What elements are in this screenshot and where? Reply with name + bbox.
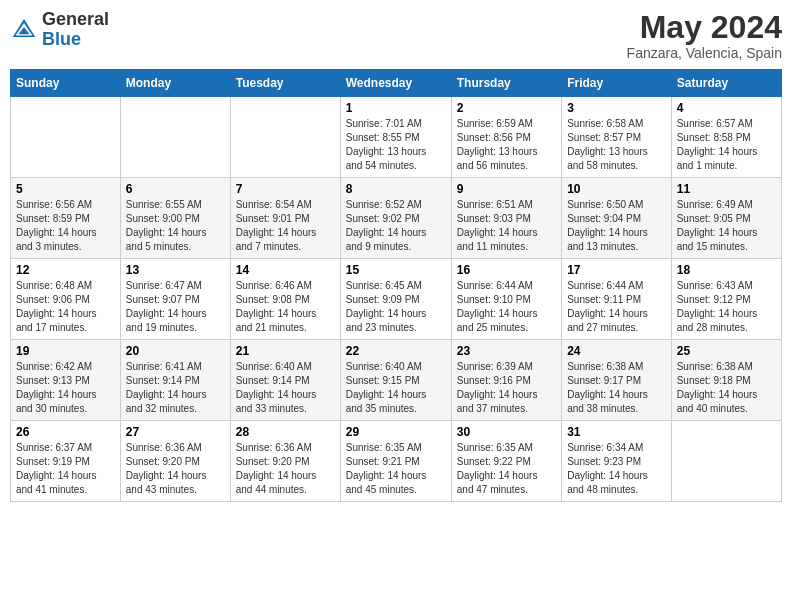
day-info: Sunrise: 6:44 AMSunset: 9:11 PMDaylight:… <box>567 279 666 335</box>
day-number: 8 <box>346 182 446 196</box>
location-subtitle: Fanzara, Valencia, Spain <box>627 45 782 61</box>
day-number: 27 <box>126 425 225 439</box>
day-info: Sunrise: 6:41 AMSunset: 9:14 PMDaylight:… <box>126 360 225 416</box>
calendar-cell: 16Sunrise: 6:44 AMSunset: 9:10 PMDayligh… <box>451 259 561 340</box>
logo-icon <box>10 16 38 44</box>
calendar-cell: 22Sunrise: 6:40 AMSunset: 9:15 PMDayligh… <box>340 340 451 421</box>
day-info: Sunrise: 6:46 AMSunset: 9:08 PMDaylight:… <box>236 279 335 335</box>
month-year-title: May 2024 <box>627 10 782 45</box>
day-number: 17 <box>567 263 666 277</box>
col-monday: Monday <box>120 70 230 97</box>
col-thursday: Thursday <box>451 70 561 97</box>
calendar-cell: 19Sunrise: 6:42 AMSunset: 9:13 PMDayligh… <box>11 340 121 421</box>
day-info: Sunrise: 6:49 AMSunset: 9:05 PMDaylight:… <box>677 198 776 254</box>
calendar-cell: 8Sunrise: 6:52 AMSunset: 9:02 PMDaylight… <box>340 178 451 259</box>
day-number: 9 <box>457 182 556 196</box>
calendar-cell: 6Sunrise: 6:55 AMSunset: 9:00 PMDaylight… <box>120 178 230 259</box>
day-number: 23 <box>457 344 556 358</box>
col-saturday: Saturday <box>671 70 781 97</box>
day-number: 14 <box>236 263 335 277</box>
day-number: 3 <box>567 101 666 115</box>
calendar-table: Sunday Monday Tuesday Wednesday Thursday… <box>10 69 782 502</box>
day-info: Sunrise: 6:47 AMSunset: 9:07 PMDaylight:… <box>126 279 225 335</box>
day-number: 10 <box>567 182 666 196</box>
col-friday: Friday <box>562 70 672 97</box>
day-number: 11 <box>677 182 776 196</box>
calendar-cell: 2Sunrise: 6:59 AMSunset: 8:56 PMDaylight… <box>451 97 561 178</box>
day-number: 28 <box>236 425 335 439</box>
calendar-cell: 20Sunrise: 6:41 AMSunset: 9:14 PMDayligh… <box>120 340 230 421</box>
logo: General Blue <box>10 10 109 50</box>
day-number: 4 <box>677 101 776 115</box>
page-header: General Blue May 2024 Fanzara, Valencia,… <box>10 10 782 61</box>
calendar-cell: 27Sunrise: 6:36 AMSunset: 9:20 PMDayligh… <box>120 421 230 502</box>
day-number: 20 <box>126 344 225 358</box>
day-number: 22 <box>346 344 446 358</box>
day-number: 31 <box>567 425 666 439</box>
day-info: Sunrise: 6:44 AMSunset: 9:10 PMDaylight:… <box>457 279 556 335</box>
col-sunday: Sunday <box>11 70 121 97</box>
day-number: 12 <box>16 263 115 277</box>
calendar-cell: 7Sunrise: 6:54 AMSunset: 9:01 PMDaylight… <box>230 178 340 259</box>
day-info: Sunrise: 6:50 AMSunset: 9:04 PMDaylight:… <box>567 198 666 254</box>
day-info: Sunrise: 6:35 AMSunset: 9:22 PMDaylight:… <box>457 441 556 497</box>
calendar-cell: 9Sunrise: 6:51 AMSunset: 9:03 PMDaylight… <box>451 178 561 259</box>
day-info: Sunrise: 6:45 AMSunset: 9:09 PMDaylight:… <box>346 279 446 335</box>
title-block: May 2024 Fanzara, Valencia, Spain <box>627 10 782 61</box>
day-info: Sunrise: 6:40 AMSunset: 9:14 PMDaylight:… <box>236 360 335 416</box>
day-number: 1 <box>346 101 446 115</box>
calendar-cell: 31Sunrise: 6:34 AMSunset: 9:23 PMDayligh… <box>562 421 672 502</box>
calendar-cell: 4Sunrise: 6:57 AMSunset: 8:58 PMDaylight… <box>671 97 781 178</box>
day-number: 5 <box>16 182 115 196</box>
calendar-cell: 17Sunrise: 6:44 AMSunset: 9:11 PMDayligh… <box>562 259 672 340</box>
day-number: 13 <box>126 263 225 277</box>
calendar-cell <box>230 97 340 178</box>
day-info: Sunrise: 6:51 AMSunset: 9:03 PMDaylight:… <box>457 198 556 254</box>
calendar-cell: 1Sunrise: 7:01 AMSunset: 8:55 PMDaylight… <box>340 97 451 178</box>
calendar-cell: 26Sunrise: 6:37 AMSunset: 9:19 PMDayligh… <box>11 421 121 502</box>
calendar-header-row: Sunday Monday Tuesday Wednesday Thursday… <box>11 70 782 97</box>
day-info: Sunrise: 7:01 AMSunset: 8:55 PMDaylight:… <box>346 117 446 173</box>
day-info: Sunrise: 6:34 AMSunset: 9:23 PMDaylight:… <box>567 441 666 497</box>
day-info: Sunrise: 6:59 AMSunset: 8:56 PMDaylight:… <box>457 117 556 173</box>
logo-blue-text: Blue <box>42 29 81 49</box>
day-info: Sunrise: 6:54 AMSunset: 9:01 PMDaylight:… <box>236 198 335 254</box>
day-number: 2 <box>457 101 556 115</box>
calendar-cell: 24Sunrise: 6:38 AMSunset: 9:17 PMDayligh… <box>562 340 672 421</box>
calendar-week-row: 19Sunrise: 6:42 AMSunset: 9:13 PMDayligh… <box>11 340 782 421</box>
day-info: Sunrise: 6:56 AMSunset: 8:59 PMDaylight:… <box>16 198 115 254</box>
calendar-cell <box>120 97 230 178</box>
day-number: 6 <box>126 182 225 196</box>
col-tuesday: Tuesday <box>230 70 340 97</box>
day-info: Sunrise: 6:35 AMSunset: 9:21 PMDaylight:… <box>346 441 446 497</box>
day-info: Sunrise: 6:37 AMSunset: 9:19 PMDaylight:… <box>16 441 115 497</box>
calendar-cell: 23Sunrise: 6:39 AMSunset: 9:16 PMDayligh… <box>451 340 561 421</box>
day-number: 21 <box>236 344 335 358</box>
calendar-cell: 15Sunrise: 6:45 AMSunset: 9:09 PMDayligh… <box>340 259 451 340</box>
calendar-cell: 11Sunrise: 6:49 AMSunset: 9:05 PMDayligh… <box>671 178 781 259</box>
day-info: Sunrise: 6:52 AMSunset: 9:02 PMDaylight:… <box>346 198 446 254</box>
day-info: Sunrise: 6:43 AMSunset: 9:12 PMDaylight:… <box>677 279 776 335</box>
calendar-cell: 28Sunrise: 6:36 AMSunset: 9:20 PMDayligh… <box>230 421 340 502</box>
logo-general-text: General <box>42 9 109 29</box>
day-number: 19 <box>16 344 115 358</box>
calendar-cell <box>671 421 781 502</box>
calendar-cell: 5Sunrise: 6:56 AMSunset: 8:59 PMDaylight… <box>11 178 121 259</box>
day-number: 30 <box>457 425 556 439</box>
day-info: Sunrise: 6:39 AMSunset: 9:16 PMDaylight:… <box>457 360 556 416</box>
day-info: Sunrise: 6:57 AMSunset: 8:58 PMDaylight:… <box>677 117 776 173</box>
day-info: Sunrise: 6:55 AMSunset: 9:00 PMDaylight:… <box>126 198 225 254</box>
col-wednesday: Wednesday <box>340 70 451 97</box>
day-info: Sunrise: 6:58 AMSunset: 8:57 PMDaylight:… <box>567 117 666 173</box>
calendar-week-row: 1Sunrise: 7:01 AMSunset: 8:55 PMDaylight… <box>11 97 782 178</box>
day-number: 25 <box>677 344 776 358</box>
day-number: 18 <box>677 263 776 277</box>
day-info: Sunrise: 6:38 AMSunset: 9:18 PMDaylight:… <box>677 360 776 416</box>
calendar-cell: 14Sunrise: 6:46 AMSunset: 9:08 PMDayligh… <box>230 259 340 340</box>
calendar-cell <box>11 97 121 178</box>
calendar-cell: 3Sunrise: 6:58 AMSunset: 8:57 PMDaylight… <box>562 97 672 178</box>
day-info: Sunrise: 6:42 AMSunset: 9:13 PMDaylight:… <box>16 360 115 416</box>
day-number: 24 <box>567 344 666 358</box>
calendar-cell: 13Sunrise: 6:47 AMSunset: 9:07 PMDayligh… <box>120 259 230 340</box>
calendar-cell: 25Sunrise: 6:38 AMSunset: 9:18 PMDayligh… <box>671 340 781 421</box>
